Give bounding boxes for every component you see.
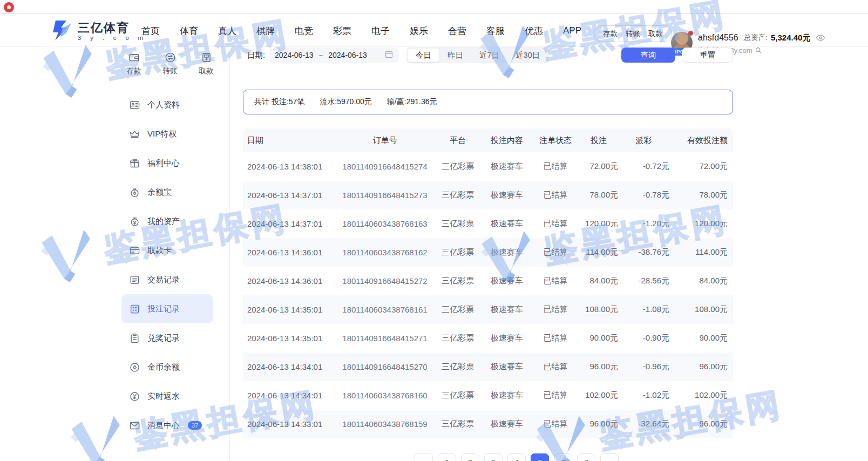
column-header-3: 投注内容 [482, 135, 532, 146]
wallet-icon [128, 52, 140, 63]
cell-2: 三亿彩票 [433, 276, 482, 286]
message-count-badge: 37 [188, 421, 202, 430]
pagination: ‹1234567› [243, 453, 733, 461]
cell-2: 三亿彩票 [433, 390, 482, 401]
sidebar-item-4[interactable]: 我的资产 [121, 207, 213, 236]
sidebar-item-3[interactable]: 余额宝 [121, 178, 213, 207]
gift-icon [129, 158, 140, 169]
sidebar-item-10[interactable]: 实时返水 [121, 382, 213, 411]
cell-2: 三亿彩票 [433, 362, 482, 372]
date-quick-ranges: 今日昨日近7日近30日 [406, 47, 549, 63]
sidebar-item-8[interactable]: 兑奖记录 [121, 323, 213, 352]
nav-item-6[interactable]: 电子 [371, 25, 390, 37]
sidebar-item-label: 个人资料 [147, 100, 180, 110]
record-indicator-icon [4, 2, 14, 12]
cell-3: 极速赛车 [482, 390, 532, 401]
quick-action-2[interactable]: 取款 [191, 52, 221, 76]
cell-6: -38.76元 [618, 247, 669, 257]
page-button-6[interactable]: 6 [554, 453, 572, 461]
filter-bar: 日期: 2024-06-13 ~ 2024-06-13 今日昨日近7日近30日 … [243, 48, 733, 63]
page-button-2[interactable]: 2 [461, 453, 479, 461]
logo-title: 三亿体育 [78, 22, 147, 35]
cell-7: 120.00元 [669, 219, 728, 229]
cell-0: 2024-06-13 14:33:01 [247, 419, 336, 429]
wallet-pill-button-0[interactable]: 存款 [603, 29, 618, 39]
nav-item-3[interactable]: 棋牌 [256, 25, 275, 37]
cell-3: 极速赛车 [482, 219, 532, 229]
nav-item-8[interactable]: 合营 [448, 25, 466, 37]
range-button-2[interactable]: 近7日 [471, 49, 507, 62]
cell-5: 102.00元 [579, 390, 618, 401]
nav-item-10[interactable]: 优惠 [525, 25, 543, 37]
cell-7: 102.00元 [669, 390, 728, 401]
cell-6: -32.64元 [618, 419, 669, 429]
cell-6: -1.08元 [618, 304, 669, 315]
date-range-input[interactable]: 2024-06-13 ~ 2024-06-13 [269, 48, 399, 63]
sidebar-item-7[interactable]: 投注记录 [121, 294, 213, 323]
table-row: 2024-06-13 14:35:011801140916648415271三亿… [243, 324, 733, 352]
page-button-1[interactable]: 1 [438, 453, 456, 461]
table-body: 2024-06-13 14:38:011801140916648415274三亿… [243, 152, 733, 438]
sidebar-item-label: 福利中心 [147, 158, 180, 168]
page-button-0[interactable]: ‹ [415, 453, 433, 461]
sidebar-item-9[interactable]: 金币余额 [121, 352, 213, 382]
site-logo[interactable]: 三亿体育 3 y . c o m [49, 19, 147, 44]
nav-item-11[interactable]: APP [563, 25, 581, 36]
sidebar-item-label: VIP特权 [147, 129, 177, 139]
summary-turnover: 流水:5970.00元 [320, 97, 372, 107]
top-strip [0, 0, 868, 14]
cell-7: 78.00元 [669, 190, 728, 200]
main-content: 日期: 2024-06-13 ~ 2024-06-13 今日昨日近7日近30日 … [243, 46, 733, 461]
sidebar-item-1[interactable]: VIP特权 [121, 119, 213, 148]
cell-7: 90.00元 [669, 333, 728, 343]
calendar-icon[interactable] [384, 50, 394, 61]
domain-value: 3y.com [730, 46, 752, 55]
cell-0: 2024-06-13 14:36:01 [247, 276, 336, 286]
range-button-1[interactable]: 昨日 [439, 49, 471, 62]
search-icon[interactable] [755, 46, 762, 54]
cell-6: -28.56元 [618, 276, 669, 286]
sidebar-item-11[interactable]: 消息中心37 [121, 411, 213, 440]
eye-icon[interactable] [816, 34, 825, 42]
cell-4: 已结算 [532, 276, 579, 286]
coin-pouch-icon [129, 187, 140, 198]
page-button-3[interactable]: 3 [484, 453, 503, 461]
sidebar-item-0[interactable]: 个人资料 [121, 90, 213, 119]
cell-2: 三亿彩票 [433, 247, 482, 257]
cell-1: 1801140916648415271 [336, 334, 433, 343]
nav-item-1[interactable]: 体育 [180, 25, 198, 37]
quick-action-0[interactable]: 存款 [119, 52, 149, 76]
sidebar-item-6[interactable]: 交易记录 [121, 265, 213, 294]
sidebar-item-5[interactable]: 取款卡 [121, 236, 213, 265]
sidebar-item-label: 取款卡 [147, 246, 172, 256]
sidebar-item-2[interactable]: 福利中心 [121, 148, 213, 178]
cell-6: -1.02元 [618, 390, 669, 401]
range-button-0[interactable]: 今日 [408, 49, 439, 62]
nav-item-4[interactable]: 电竞 [295, 25, 313, 37]
page-button-5[interactable]: 5 [531, 453, 549, 461]
nav-item-5[interactable]: 彩票 [333, 25, 351, 37]
column-header-0: 日期 [247, 135, 336, 146]
column-header-2: 平台 [433, 135, 482, 146]
search-button[interactable]: 查询 [621, 48, 675, 63]
cell-4: 已结算 [532, 419, 579, 429]
nav-item-0[interactable]: 首页 [141, 25, 160, 37]
wallet-pill-button-1[interactable]: 转账 [626, 29, 640, 39]
cell-2: 三亿彩票 [433, 333, 482, 343]
cell-6: -0.90元 [618, 333, 669, 343]
site-header: 三亿体育 3 y . c o m 首页体育真人棋牌电竞彩票电子娱乐合营客服优惠A… [0, 15, 868, 47]
nav-item-2[interactable]: 真人 [218, 25, 236, 37]
quick-action-1[interactable]: 转账 [155, 52, 185, 76]
page-button-8[interactable]: › [600, 453, 619, 461]
column-header-1: 订单号 [336, 135, 433, 146]
page-button-4[interactable]: 4 [507, 453, 526, 461]
wallet-pill-button-2[interactable]: 取款 [648, 29, 663, 39]
reset-button[interactable]: 重置 [682, 48, 733, 63]
range-button-3[interactable]: 近30日 [507, 49, 548, 62]
nav-item-9[interactable]: 客服 [486, 25, 505, 37]
nav-item-7[interactable]: 娱乐 [410, 25, 428, 37]
cell-1: 1801140916648415274 [336, 162, 433, 171]
crown-icon [129, 128, 140, 140]
watermark-logo-icon [65, 409, 131, 461]
page-button-7[interactable]: 7 [577, 453, 595, 461]
